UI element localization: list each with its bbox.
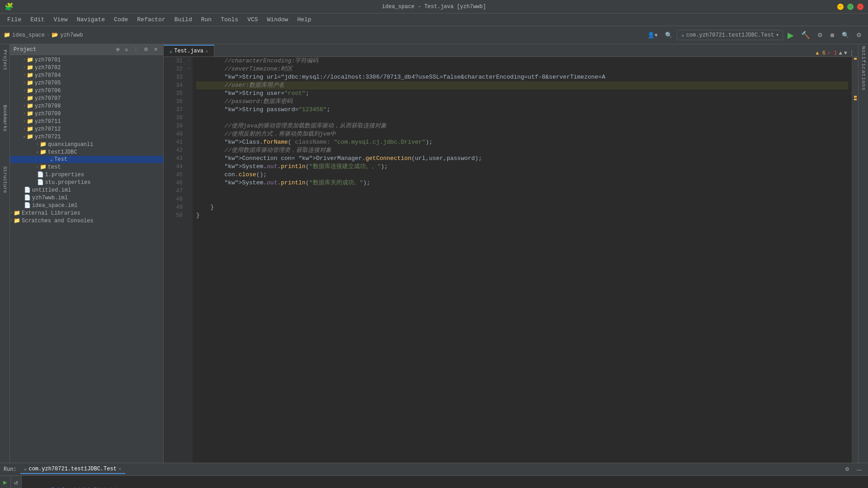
tab-close-button[interactable]: ✕ [205,48,208,54]
menu-item-help[interactable]: Help [293,15,315,24]
tree-item-quanxianguanli[interactable]: ›📁quanxianguanli [10,141,163,148]
scroll-up-btn[interactable]: ▲ [839,50,842,56]
code-line-39: //使用java的驱动管理类加载数据库驱动，从而获取连接对象 [196,122,848,130]
run-settings-btn[interactable]: ⚙ [842,465,852,474]
coverage-button[interactable]: ⚙ [815,30,826,40]
tree-item-Test[interactable]: ☕Test [10,156,163,163]
run-button[interactable]: ▶ [785,28,797,42]
build-button[interactable]: 🔨 [798,29,813,41]
tree-item-untitled.iml[interactable]: 📄untitled.iml [10,186,163,194]
warning-marker [854,58,857,60]
search-everywhere-button[interactable]: 🔍 [662,30,675,40]
tree-item-1.properties[interactable]: 📄1.properties [10,171,163,178]
menu-item-view[interactable]: View [50,15,71,24]
left-sidebar-icons: Project Bookmarks Structure [0,44,10,463]
tree-item-yzh70702[interactable]: ›📁yzh70702 [10,64,163,71]
scroll-down-btn[interactable]: ▼ [844,50,847,56]
tree-label: yzh70711 [35,118,61,125]
menu-item-vcs[interactable]: VCS [244,15,261,24]
menu-item-file[interactable]: File [4,15,25,24]
breadcrumb: 📁 idea_space › 📂 yzh7wwb [4,32,83,38]
run-rerun-btn[interactable]: ↺ [13,478,19,487]
folder-icon: 📁 [27,72,33,79]
warning-count[interactable]: ▲ 6 [816,50,826,56]
gutter-cell-40[interactable]: − [186,65,192,73]
code-editor[interactable]: //characterEncoding:字符编码 //severTimezone… [193,57,852,463]
breadcrumb-root[interactable]: idea_space [12,32,45,38]
run-play-btn[interactable]: ▶ [2,478,8,487]
menu-item-window[interactable]: Window [264,15,292,24]
tree-item-yzh70711[interactable]: ›📁yzh70711 [10,117,163,125]
line-num-46: 46 [164,179,183,187]
editor-more-btn[interactable]: ⋮ [849,50,854,56]
code-line-34: //user:数据库用户名 [196,81,848,89]
tab-test-java[interactable]: ☕ Test.java ✕ [164,45,214,56]
expand-button[interactable]: ⋮ [132,46,140,53]
menu-item-run[interactable]: Run [198,15,215,24]
tree-label: stu.properties [45,179,91,186]
close-project-panel-button[interactable]: ✕ [152,46,160,53]
structure-icon[interactable]: Structure [1,164,9,195]
menu-item-navigate[interactable]: Navigate [73,15,108,24]
find-button[interactable]: 🔍 [839,30,852,40]
avatar-button[interactable]: 👤▾ [645,30,660,40]
tree-item-Scratches[interactable]: ›📁Scratches and Consoles [10,217,163,225]
error-count[interactable]: ✓ 1 [827,50,837,56]
menu-item-edit[interactable]: Edit [27,15,48,24]
run-tab-active[interactable]: ☕ com.yzh70721.test1JDBC.Test ✕ [20,465,125,474]
tree-item-test[interactable]: ›📁test [10,163,163,171]
editor-tabs: ☕ Test.java ✕ ▲ 6 ✓ 1 ▲ ▼ ⋮ [164,44,858,57]
tree-item-yzh70721[interactable]: ▾📁yzh70721 [10,133,163,141]
tree-label: 1.properties [45,172,84,178]
comment-span: //使用java的驱动管理类加载数据库驱动，从而获取连接对象 [196,122,387,129]
folder-icon: 📁 [40,149,47,155]
code-line-31: //characterEncoding:字符编码 [196,57,848,65]
tree-label: yzh70702 [35,65,61,71]
tree-item-yzh70705[interactable]: ›📁yzh70705 [10,79,163,87]
project-tree: ›📁yzh70701 ›📁yzh70702 ›📁yzh70704 ›📁yzh70… [10,55,163,463]
run-output: D:\Java\jdk1.8\bin\java.exe "-javaagent:… [22,476,868,488]
tree-item-yzh70708[interactable]: ›📁yzh70708 [10,102,163,110]
settings-button[interactable]: ⚙ [854,30,864,40]
tree-item-yzh70712[interactable]: ›📁yzh70712 [10,125,163,133]
line-num-36: 36 [164,98,183,106]
tree-item-idea_space.iml[interactable]: 📄idea_space.iml [10,202,163,209]
tree-item-yzh70704[interactable]: ›📁yzh70704 [10,71,163,79]
gutter-cell-39[interactable]: − [186,57,192,65]
code-line-42: //使用数据库驱动管理类，获取连接对象 [196,146,848,155]
notifications-label[interactable]: Notifications [861,46,866,91]
scope-button[interactable]: ⊕ [114,46,122,53]
maximize-button[interactable]: □ [847,4,854,10]
tree-item-yzh7wwb.iml[interactable]: 📄yzh7wwb.iml [10,194,163,202]
tree-arrow: › [23,73,26,78]
run-tab-close[interactable]: ✕ [118,466,122,472]
minimize-button[interactable]: — [837,4,844,10]
tree-item-yzh70706[interactable]: ›📁yzh70706 [10,87,163,94]
menu-item-refactor[interactable]: Refactor [133,15,169,24]
breadcrumb-child[interactable]: yzh7wwb [60,32,83,38]
menu-item-tools[interactable]: Tools [217,15,242,24]
project-panel-header: Project ⊕ ≡ ⋮ ⚙ ✕ [10,44,163,55]
run-minimize-btn[interactable]: — [854,465,864,474]
close-button[interactable]: ✕ [857,4,863,10]
tree-item-yzh70709[interactable]: ›📁yzh70709 [10,110,163,117]
project-icon[interactable]: Project [1,48,9,72]
tree-item-test1JDBC[interactable]: ▾📁test1JDBC [10,148,163,156]
bookmarks-icon[interactable]: Bookmarks [1,103,9,133]
tree-item-External Libraries[interactable]: ›📁External Libraries [10,209,163,217]
collapse-all-button[interactable]: ≡ [123,46,130,53]
tree-label: yzh70707 [35,95,61,102]
menu-item-build[interactable]: Build [171,15,196,24]
tree-item-stu.properties[interactable]: 📄stu.properties [10,178,163,186]
comment-span: //password:数据库密码 [196,98,292,105]
tree-arrow: › [36,164,39,169]
run-config-selector[interactable]: ☕ com.yzh70721.test1JDBC.Test ▾ [677,30,783,40]
tree-item-yzh70701[interactable]: ›📁yzh70701 [10,56,163,64]
menu-item-code[interactable]: Code [110,15,132,24]
tree-item-yzh70707[interactable]: ›📁yzh70707 [10,94,163,102]
folder-icon: 📁 [14,217,20,224]
stop-button[interactable]: ■ [827,29,837,41]
settings-project-button[interactable]: ⚙ [142,46,150,53]
tree-arrow: › [23,88,26,93]
tree-label: test1JDBC [48,149,77,155]
